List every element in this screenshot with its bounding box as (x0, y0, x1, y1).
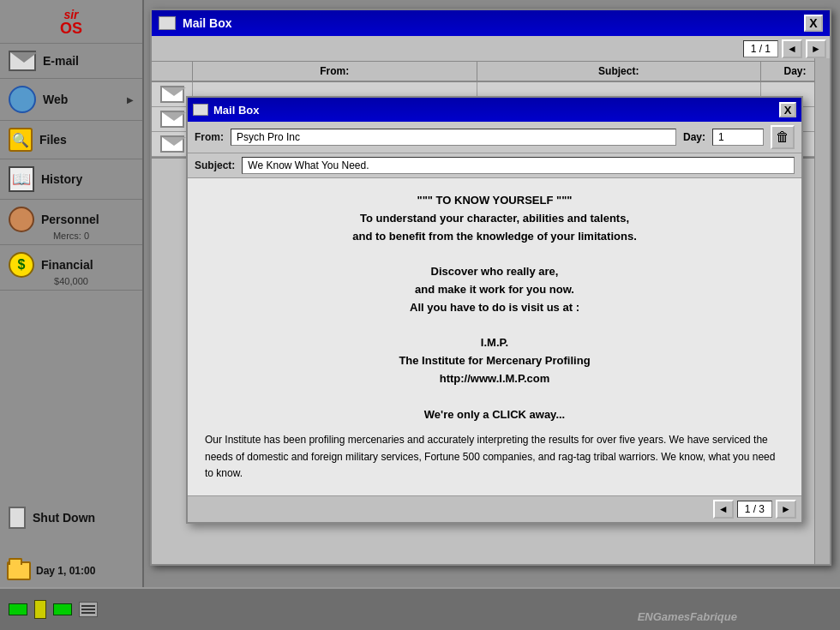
sidebar-item-history-label: History (41, 172, 82, 186)
files-icon: 🔍 (9, 128, 33, 152)
dialog-page-display: 1 / 3 (737, 501, 772, 518)
taskbar: ENGamesFabrique (0, 587, 840, 630)
financial-icon: $ (9, 252, 34, 278)
shutdown-icon (9, 507, 26, 529)
dialog-prev-button[interactable]: ◄ (713, 500, 734, 519)
dialog-next-button[interactable]: ► (776, 500, 796, 519)
sidebar-item-financial-label: Financial (41, 258, 93, 272)
desktop: sir OS E-mail Web ▶ 🔍 Files History (0, 0, 840, 630)
watermark-text: ENGamesFabrique (638, 610, 737, 623)
sidebar-item-files-label: Files (39, 133, 67, 147)
main-next-button[interactable]: ► (806, 39, 826, 58)
envelope-icon (160, 135, 184, 153)
indicator-green (9, 603, 27, 615)
day-field-value: 1 (712, 129, 764, 146)
envelope-icon (160, 111, 184, 128)
from-day-row: From: Psych Pro Inc Day: 1 🗑 (188, 122, 801, 153)
email-body-paragraph: Our Institute has been profiling mercena… (205, 432, 784, 482)
financial-amount: $40,000 (0, 276, 142, 290)
taskbar-indicators (9, 600, 98, 619)
email-line: To understand your character, abilities … (205, 210, 784, 228)
trash-button[interactable]: 🗑 (771, 125, 795, 149)
inner-window-close-button[interactable]: X (779, 102, 796, 117)
subject-row: Subject: We Know What You Need. (188, 153, 801, 178)
folder-icon (7, 561, 31, 580)
sidebar: sir OS E-mail Web ▶ 🔍 Files History (0, 0, 144, 587)
email-line: The Institute for Mercenary Profiling (205, 352, 784, 370)
envelope-icon (160, 86, 184, 103)
email-header-from: From: (193, 62, 477, 81)
email-line: http://www.I.M.P.com (205, 370, 784, 388)
indicator-yellow (34, 600, 46, 619)
shutdown-section[interactable]: Shut Down (0, 500, 144, 536)
from-value: Psych Pro Inc (231, 129, 676, 146)
sidebar-item-history[interactable]: History (0, 159, 142, 200)
dialog-bottom-bar: ◄ 1 / 3 ► (188, 495, 801, 522)
web-icon (9, 86, 36, 113)
main-titlebar: Mail Box X (152, 10, 830, 36)
scrollbar[interactable] (814, 58, 830, 564)
day-indicator: Day 1, 01:00 (7, 561, 95, 580)
from-label: From: (195, 131, 224, 143)
email-line: """ TO KNOW YOURSELF """ (205, 192, 784, 210)
sidebar-item-personnel-wrapper: Personnel Mercs: 0 (0, 200, 142, 245)
email-list-header: From: Subject: Day: (152, 62, 830, 82)
main-window-title: Mail Box (183, 16, 797, 30)
sir-text: sir (4, 9, 138, 21)
day-field-label: Day: (683, 131, 705, 143)
email-line: I.M.P. (205, 334, 784, 352)
web-arrow-icon: ▶ (127, 95, 134, 105)
mercs-count: Mercs: 0 (0, 231, 142, 244)
email-line: and to benefit from the knowledge of you… (205, 228, 784, 246)
sidebar-item-financial[interactable]: $ Financial (0, 245, 142, 279)
personnel-icon (9, 207, 34, 232)
inner-window-title: Mail Box (213, 104, 774, 117)
main-window-close-button[interactable]: X (804, 15, 823, 32)
main-window-icon (159, 16, 176, 30)
sidebar-item-personnel-label: Personnel (41, 213, 99, 226)
email-body-line-1: """ TO KNOW YOURSELF """ To understand y… (205, 192, 784, 423)
sidebar-item-email-label: E-mail (43, 54, 79, 68)
email-header-subject: Subject: (477, 62, 762, 81)
email-header-icon (152, 62, 193, 81)
sidebar-item-email[interactable]: E-mail (0, 44, 142, 79)
indicator-green2 (53, 603, 72, 615)
sidebar-item-web[interactable]: Web ▶ (0, 79, 142, 121)
shutdown-label: Shut Down (33, 511, 95, 525)
email-line: We're only a CLICK away... (205, 406, 784, 424)
email-icon (9, 51, 36, 71)
main-window: Mail Box X 1 / 1 ◄ ► From: Subject: Day: (150, 9, 831, 566)
main-prev-button[interactable]: ◄ (782, 39, 802, 58)
email-line: Discover who really are, (205, 263, 784, 281)
indicator-lines (79, 602, 98, 617)
email-line: and make it work for you now. (205, 281, 784, 299)
history-icon (9, 166, 34, 192)
day-text: Day 1, 01:00 (36, 565, 95, 577)
inner-window-icon (193, 104, 208, 116)
sir-os-logo: sir OS (0, 0, 142, 44)
main-pagination-bar: 1 / 1 ◄ ► (152, 36, 830, 62)
inner-titlebar: Mail Box X (188, 98, 801, 122)
main-page-display: 1 / 1 (743, 40, 778, 57)
sidebar-item-personnel[interactable]: Personnel (0, 200, 142, 234)
sidebar-item-files[interactable]: 🔍 Files (0, 121, 142, 159)
subject-label: Subject: (195, 159, 235, 171)
email-body: """ TO KNOW YOURSELF """ To understand y… (188, 178, 801, 495)
sidebar-item-financial-wrapper: $ Financial $40,000 (0, 245, 142, 291)
inner-dialog: Mail Box X From: Psych Pro Inc Day: 1 🗑 … (186, 96, 803, 524)
email-line: All you have to do is visit us at : (205, 299, 784, 317)
os-text: OS (4, 21, 138, 36)
subject-value: We Know What You Need. (242, 157, 795, 174)
sidebar-item-web-label: Web (43, 93, 68, 106)
